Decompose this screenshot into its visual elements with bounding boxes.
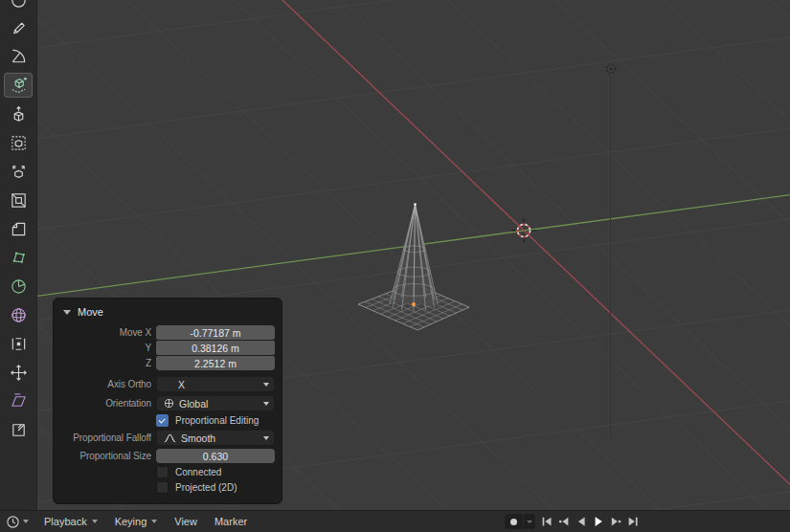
connected-checkbox[interactable]: Connected: [156, 466, 275, 478]
menu-keying[interactable]: Keying: [106, 516, 167, 527]
shear-icon: [10, 392, 28, 410]
bevel-icon: [10, 220, 28, 238]
edge-slide-icon: [10, 335, 28, 353]
global-orientation-icon: [164, 398, 174, 409]
jump-to-start-icon: [540, 515, 553, 528]
collapse-chevron-icon[interactable]: [63, 310, 71, 315]
checkbox-icon: [156, 466, 169, 478]
menu-view[interactable]: View: [166, 516, 206, 527]
previous-keyframe-button[interactable]: [556, 514, 572, 529]
point-light-object[interactable]: [607, 65, 616, 437]
proportional-falloff-dropdown[interactable]: Smooth: [156, 430, 275, 446]
orientation-dropdown[interactable]: Global: [156, 395, 275, 411]
tool-extrude-normals-button[interactable]: [4, 159, 33, 184]
jump-to-end-icon: [626, 515, 640, 528]
orientation-label: Orientation: [59, 398, 151, 409]
play-reverse-button[interactable]: [574, 514, 589, 529]
chevron-down-icon: [151, 520, 157, 523]
falloff-label: Proportional Falloff: [59, 432, 151, 443]
record-dot-icon: [510, 519, 517, 525]
chevron-down-icon: [263, 436, 269, 440]
play-button[interactable]: [591, 514, 606, 529]
inset-faces-icon: [10, 191, 28, 210]
tool-transform-button[interactable]: [4, 0, 33, 11]
playback-controls: [539, 514, 641, 529]
tool-edge-slide-button[interactable]: [4, 331, 33, 356]
next-keyframe-button[interactable]: [608, 514, 623, 529]
tool-shelf: [0, 0, 37, 511]
projected-2d-checkbox[interactable]: Projected (2D): [156, 481, 275, 494]
extrude-normals-icon: [10, 163, 28, 181]
timeline-clock-icon: [6, 515, 20, 529]
tool-smooth-button[interactable]: [4, 302, 33, 327]
chevron-down-icon: [263, 402, 269, 406]
menu-playback[interactable]: Playback: [35, 516, 106, 527]
chevron-down-icon: [23, 520, 29, 523]
jump-to-end-button[interactable]: [625, 514, 641, 529]
proportional-editing-label: Proportional Editing: [175, 415, 259, 426]
proportional-editing-checkbox[interactable]: Proportional Editing: [156, 414, 275, 427]
connected-label: Connected: [175, 467, 221, 477]
jump-to-start-button[interactable]: [539, 514, 554, 529]
auto-keying-group: [505, 514, 535, 529]
measure-icon: [10, 48, 28, 66]
move-z-label: Z: [59, 358, 151, 368]
chevron-down-icon: [92, 520, 98, 523]
tool-rip-region-button[interactable]: [4, 417, 33, 442]
tool-shear-button[interactable]: [4, 388, 33, 413]
chevron-down-icon: [263, 383, 269, 387]
poly-build-icon: [10, 249, 28, 267]
projected-2d-label: Projected (2D): [175, 482, 237, 493]
chevron-down-icon: [527, 521, 532, 523]
rip-region-icon: [10, 421, 28, 439]
smooth-falloff-icon: [164, 433, 176, 443]
play-icon: [592, 515, 605, 528]
move-z-input[interactable]: 2.2512 m: [156, 356, 275, 370]
auto-keying-toggle[interactable]: [505, 514, 523, 529]
viewport-3d[interactable]: Move Move X -0.77187 m Y 0.38126 m Z 2.2…: [0, 0, 790, 511]
extrude-manifold-icon: [10, 134, 28, 152]
tool-inset-faces-button[interactable]: [4, 188, 33, 212]
spin-icon: [10, 277, 28, 296]
tool-measure-button[interactable]: [4, 44, 33, 69]
edited-mesh-object[interactable]: [358, 203, 469, 330]
next-keyframe-icon: [609, 515, 622, 528]
axis-ortho-label: Axis Ortho: [59, 379, 151, 389]
move-x-label: Move X: [59, 327, 151, 338]
annotate-icon: [10, 19, 28, 37]
tool-add-cube-button[interactable]: [4, 73, 33, 98]
move-y-input[interactable]: 0.38126 m: [156, 341, 275, 355]
transform-icon: [10, 0, 28, 10]
auto-keying-options-button[interactable]: [523, 514, 535, 529]
tool-spin-button[interactable]: [4, 274, 33, 299]
checkbox-icon: [156, 414, 169, 427]
tool-annotate-button[interactable]: [4, 15, 33, 40]
operator-panel-move: Move Move X -0.77187 m Y 0.38126 m Z 2.2…: [53, 298, 282, 504]
tool-extrude-manifold-button[interactable]: [4, 130, 33, 155]
panel-title: Move: [78, 306, 103, 318]
tool-shrink-fatten-button[interactable]: [4, 360, 33, 385]
tool-extrude-region-button[interactable]: [4, 101, 33, 126]
smooth-icon: [10, 306, 28, 324]
shrink-fatten-icon: [10, 364, 28, 382]
axis-ortho-dropdown[interactable]: X: [156, 376, 275, 392]
menu-marker[interactable]: Marker: [206, 516, 256, 527]
timeline-header: Playback Keying View Marker: [0, 510, 790, 532]
play-reverse-icon: [575, 515, 588, 528]
move-y-label: Y: [59, 343, 151, 353]
tool-bevel-button[interactable]: [4, 216, 33, 241]
editor-type-selector[interactable]: [0, 515, 35, 529]
checkbox-icon: [156, 481, 169, 494]
previous-keyframe-icon: [557, 515, 571, 528]
tool-poly-build-button[interactable]: [4, 245, 33, 270]
extrude-region-icon: [10, 105, 28, 123]
move-x-input[interactable]: -0.77187 m: [156, 325, 275, 340]
add-cube-icon: [10, 77, 28, 95]
proportional-size-label: Proportional Size: [59, 451, 151, 461]
proportional-size-input[interactable]: 0.630: [156, 449, 275, 463]
